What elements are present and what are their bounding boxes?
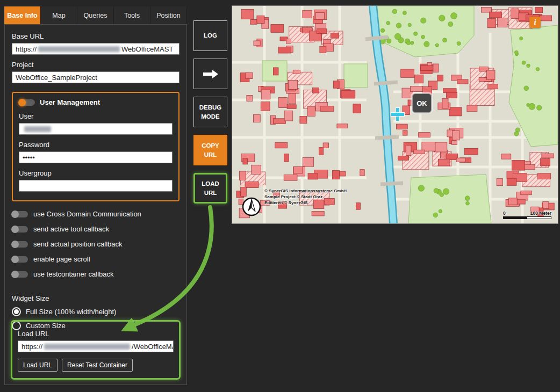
toggle-label: use testcontainer callback <box>33 270 114 278</box>
load-url-section: Load URL https:// /WebOfficeMAST Load UR… <box>11 320 181 380</box>
testcontainer-callback-toggle[interactable] <box>12 271 28 278</box>
full-size-option[interactable]: Full Size (100% width/height) <box>12 307 180 316</box>
redacted-text <box>38 46 120 52</box>
password-input[interactable] <box>19 151 173 163</box>
redacted-text <box>44 344 130 350</box>
toggle-row-cross-domain: use Cross Domain Communication <box>12 210 180 218</box>
project-input[interactable] <box>12 71 180 83</box>
tab-map[interactable]: Map <box>41 6 77 24</box>
position-callback-toggle[interactable] <box>12 241 28 248</box>
forward-arrow-button[interactable] <box>193 59 227 89</box>
usergroup-input[interactable] <box>19 180 173 192</box>
scale-zero: 0 <box>503 210 506 216</box>
toggle-row-active-tool: send active tool callback <box>12 225 180 233</box>
toggle-label: use Cross Domain Communication <box>33 210 141 218</box>
base-url-label: Base URL <box>12 32 180 40</box>
load-url-input[interactable]: https:// /WebOfficeMAST <box>18 340 174 352</box>
user-management-toggle[interactable] <box>19 99 35 106</box>
page-scroll-toggle[interactable] <box>12 256 28 263</box>
user-management-title: User Management <box>40 98 100 106</box>
user-label: User <box>19 112 173 120</box>
redacted-text <box>24 126 51 132</box>
tab-position[interactable]: Position <box>150 6 187 24</box>
active-tool-callback-toggle[interactable] <box>12 226 28 233</box>
copy-url-button[interactable]: COPY URL <box>193 135 227 165</box>
copyright-line: Editieren © SynerGIS <box>264 200 347 206</box>
log-button[interactable]: LOG <box>193 20 227 51</box>
copyright-line: © SynerGIS Informationssysteme GmbH <box>264 188 347 194</box>
base-url-suffix: WebOfficeMAST <box>121 45 173 53</box>
toggle-row-testcontainer: use testcontainer callback <box>12 270 180 278</box>
load-url-button[interactable]: Load URL <box>18 359 58 372</box>
widget-size-label: Widget Size <box>12 294 180 302</box>
debug-mode-button[interactable]: DEBUG MODE <box>193 97 227 127</box>
option-toggles: use Cross Domain Communication send acti… <box>12 210 180 278</box>
toggle-row-position-callback: send actual position callback <box>12 240 180 248</box>
user-input[interactable] <box>19 123 173 135</box>
load-url-label: Load URL <box>18 330 174 338</box>
arrow-right-icon <box>202 68 219 80</box>
base-url-input[interactable]: https:// WebOfficeMAST <box>12 43 180 55</box>
tab-tools[interactable]: Tools <box>114 6 150 24</box>
tab-bar: Base Info Map Queries Tools Position <box>4 6 187 24</box>
side-button-column: LOG DEBUG MODE COPY URL LOAD URL <box>193 20 227 204</box>
password-label: Password <box>19 141 173 149</box>
tab-queries[interactable]: Queries <box>77 6 114 24</box>
cross-domain-toggle[interactable] <box>12 211 28 217</box>
toggle-label: send actual position callback <box>33 240 123 248</box>
radio-label: Full Size (100% width/height) <box>26 308 116 316</box>
toggle-row-page-scroll: enable page scroll <box>12 255 180 263</box>
tab-base-info[interactable]: Base Info <box>4 6 41 24</box>
load-url-suffix: /WebOfficeMAST <box>132 343 174 351</box>
toggle-label: enable page scroll <box>33 255 90 263</box>
scale-bar: 0 100 Meter <box>503 210 551 219</box>
user-management-group: User Management User Password Usergroup <box>12 92 180 201</box>
map-view[interactable]: OK i © SynerGIS Informationssysteme GmbH… <box>232 5 558 224</box>
full-size-radio[interactable] <box>12 307 21 316</box>
toggle-label: send active tool callback <box>33 225 109 233</box>
reset-test-container-button[interactable]: Reset Test Container <box>62 359 133 372</box>
project-label: Project <box>12 61 180 69</box>
copyright-line: Sample Project © Stadt Graz <box>264 194 347 200</box>
load-url-prefix: https:// <box>21 343 42 351</box>
usergroup-label: Usergroup <box>19 169 173 177</box>
info-icon[interactable]: i <box>529 17 541 28</box>
left-panel: Base URL https:// WebOfficeMAST Project … <box>4 24 187 385</box>
scale-line <box>503 216 551 219</box>
base-url-prefix: https:// <box>16 45 37 53</box>
scale-distance: 100 Meter <box>530 210 551 216</box>
map-copyright: © SynerGIS Informationssysteme GmbH Samp… <box>264 188 347 206</box>
load-url-side-button[interactable]: LOAD URL <box>193 173 227 204</box>
ok-button[interactable]: OK <box>412 93 432 113</box>
north-arrow-icon <box>242 197 261 216</box>
weboffice-test-app: Base Info Map Queries Tools Position Bas… <box>0 0 560 392</box>
